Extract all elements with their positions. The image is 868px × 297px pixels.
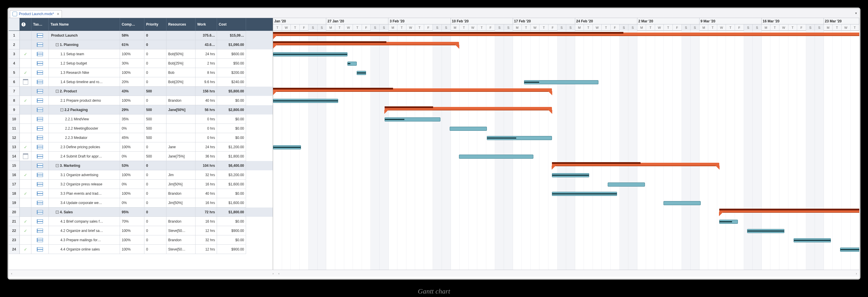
task-bar[interactable]: [487, 136, 552, 140]
gantt-row[interactable]: [273, 133, 859, 142]
complete-cell[interactable]: 100%: [120, 50, 144, 59]
summary-bar[interactable]: [273, 88, 552, 92]
table-row[interactable]: 51.3 Research Nike100%0Bob8 hrs$200.00: [9, 68, 273, 77]
resources-cell[interactable]: Jane: [166, 142, 195, 152]
gantt-row[interactable]: [273, 226, 859, 235]
table-row[interactable]: 61.4 Setup timeline and ro…20%0Bob[20%]9…: [9, 77, 273, 87]
task-bar[interactable]: [273, 99, 338, 103]
resources-cell[interactable]: Bob: [166, 68, 195, 77]
cost-cell[interactable]: $0.00: [217, 115, 246, 124]
work-cell[interactable]: 40 hrs: [195, 189, 217, 198]
complete-cell[interactable]: 0%: [120, 124, 144, 133]
work-cell[interactable]: 0 hrs: [195, 124, 217, 133]
work-cell[interactable]: 104 hrs: [195, 161, 217, 170]
collapse-toggle-icon[interactable]: -: [60, 109, 63, 111]
file-tab[interactable]: Product Launch.mvdx* ×: [10, 10, 62, 18]
task-name-cell[interactable]: -4. Sales: [49, 207, 120, 217]
resources-cell[interactable]: [166, 40, 195, 50]
priority-cell[interactable]: 0: [144, 245, 166, 254]
task-name-cell[interactable]: 2.3 Define pricing policies: [49, 142, 120, 152]
row-number[interactable]: 2: [9, 40, 20, 50]
work-cell[interactable]: 16 hrs: [195, 217, 217, 226]
task-name-cell[interactable]: -2. Product: [49, 87, 120, 96]
priority-cell[interactable]: 0: [144, 59, 166, 68]
resources-cell[interactable]: Bob[50%]: [166, 50, 195, 59]
row-number[interactable]: 10: [9, 115, 20, 124]
priority-cell[interactable]: 0: [144, 198, 166, 207]
task-name-cell[interactable]: 4.2 Organize and brief sa…: [49, 226, 120, 235]
gantt-row[interactable]: [273, 245, 859, 254]
gantt-row[interactable]: [273, 105, 859, 115]
col-cost[interactable]: Cost: [217, 18, 246, 31]
priority-cell[interactable]: 0: [144, 40, 166, 50]
complete-cell[interactable]: 70%: [120, 217, 144, 226]
task-name-cell[interactable]: 2.2.1 MindView: [49, 115, 120, 124]
task-name-cell[interactable]: 4.1 Brief company sales f…: [49, 217, 120, 226]
row-number[interactable]: 15: [9, 161, 20, 170]
gantt-row[interactable]: [273, 96, 859, 105]
gantt-row[interactable]: [273, 115, 859, 124]
table-row[interactable]: 214.1 Brief company sales f…70%0Brandon1…: [9, 217, 273, 226]
close-icon[interactable]: ×: [57, 11, 59, 16]
col-work[interactable]: Work: [195, 18, 217, 31]
task-bar[interactable]: [663, 201, 701, 205]
resources-cell[interactable]: Bob[25%]: [166, 59, 195, 68]
task-name-cell[interactable]: 4.3 Prepare mailings for…: [49, 235, 120, 245]
work-cell[interactable]: 16 hrs: [195, 180, 217, 189]
priority-cell[interactable]: 0: [144, 31, 166, 40]
complete-cell[interactable]: 45%: [120, 133, 144, 142]
task-bar[interactable]: [450, 127, 487, 131]
cost-cell[interactable]: $0.00: [217, 217, 246, 226]
priority-cell[interactable]: 0: [144, 235, 166, 245]
row-number[interactable]: 3: [9, 50, 20, 59]
scroll-right-icon-2[interactable]: ›: [854, 272, 859, 275]
task-bar[interactable]: [719, 220, 738, 224]
cost-cell[interactable]: $0.00: [217, 96, 246, 105]
resources-cell[interactable]: Brandon: [166, 235, 195, 245]
priority-cell[interactable]: 500: [144, 152, 166, 161]
col-tasktype[interactable]: Tas…: [31, 18, 49, 31]
col-rownum[interactable]: [9, 18, 20, 31]
work-cell[interactable]: 56 hrs: [195, 105, 217, 115]
task-bar[interactable]: [273, 145, 301, 149]
task-bar[interactable]: [747, 229, 784, 233]
resources-cell[interactable]: Steve[50…: [166, 226, 195, 235]
gantt-row[interactable]: [273, 217, 859, 226]
cost-cell[interactable]: $2,800.00: [217, 105, 246, 115]
gantt-row[interactable]: [273, 235, 859, 245]
work-cell[interactable]: 16 hrs: [195, 198, 217, 207]
resources-cell[interactable]: Brandon: [166, 96, 195, 105]
task-bar[interactable]: [552, 173, 589, 177]
task-name-cell[interactable]: 1.2 Setup budget: [49, 59, 120, 68]
cost-cell[interactable]: $3,200.00: [217, 170, 246, 180]
resources-cell[interactable]: Jane[75%]: [166, 152, 195, 161]
task-grid[interactable]: ! Tas… Task Name Comp… Priority Resource…: [9, 18, 273, 270]
task-bar[interactable]: [273, 52, 347, 56]
table-row[interactable]: 142.4 Submit Draft for appr…0%500Jane[75…: [9, 152, 273, 161]
row-number[interactable]: 13: [9, 142, 20, 152]
table-row[interactable]: 9-2.2 Packaging29%500Jane[50%]56 hrs$2,8…: [9, 105, 273, 115]
row-number[interactable]: 20: [9, 207, 20, 217]
cost-cell[interactable]: $50.00: [217, 59, 246, 68]
complete-cell[interactable]: 0%: [120, 198, 144, 207]
priority-cell[interactable]: 0: [144, 161, 166, 170]
table-row[interactable]: 244.4 Organize online sales100%0Steve[50…: [9, 245, 273, 254]
work-cell[interactable]: 0 hrs: [195, 133, 217, 142]
gantt-row[interactable]: [273, 40, 859, 50]
complete-cell[interactable]: 100%: [120, 245, 144, 254]
row-number[interactable]: 17: [9, 180, 20, 189]
task-name-cell[interactable]: 2.2.3 Mediator: [49, 133, 120, 142]
col-complete[interactable]: Comp…: [120, 18, 144, 31]
task-name-cell[interactable]: Product Launch: [49, 31, 120, 40]
work-cell[interactable]: 12 hrs: [195, 245, 217, 254]
row-number[interactable]: 9: [9, 105, 20, 115]
priority-cell[interactable]: 0: [144, 180, 166, 189]
row-number[interactable]: 24: [9, 245, 20, 254]
gantt-row[interactable]: [273, 59, 859, 68]
priority-cell[interactable]: 500: [144, 115, 166, 124]
row-number[interactable]: 8: [9, 96, 20, 105]
work-cell[interactable]: 2 hrs: [195, 59, 217, 68]
complete-cell[interactable]: 100%: [120, 226, 144, 235]
resources-cell[interactable]: Jim[50%]: [166, 180, 195, 189]
cost-cell[interactable]: $0.00: [217, 235, 246, 245]
